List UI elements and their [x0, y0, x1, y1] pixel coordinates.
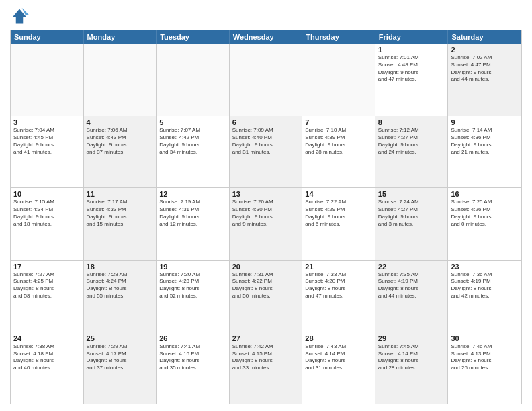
day-info: Sunrise: 7:43 AM Sunset: 4:14 PM Dayligh…	[305, 343, 372, 372]
day-number: 11	[87, 190, 154, 198]
day-info: Sunrise: 7:12 AM Sunset: 4:37 PM Dayligh…	[378, 127, 445, 156]
day-info: Sunrise: 7:01 AM Sunset: 4:48 PM Dayligh…	[378, 54, 445, 83]
day-number: 21	[305, 263, 372, 271]
day-number: 8	[378, 118, 445, 126]
day-info: Sunrise: 7:31 AM Sunset: 4:22 PM Dayligh…	[232, 271, 300, 300]
day-number: 12	[159, 190, 226, 198]
day-number: 17	[13, 263, 81, 271]
day-info: Sunrise: 7:33 AM Sunset: 4:20 PM Dayligh…	[305, 271, 372, 300]
calendar-cell	[230, 44, 303, 116]
day-info: Sunrise: 7:35 AM Sunset: 4:19 PM Dayligh…	[378, 271, 445, 300]
day-info: Sunrise: 7:38 AM Sunset: 4:18 PM Dayligh…	[13, 343, 81, 372]
calendar-cell	[11, 44, 84, 116]
day-info: Sunrise: 7:41 AM Sunset: 4:16 PM Dayligh…	[159, 343, 226, 372]
calendar-cell: 28Sunrise: 7:43 AM Sunset: 4:14 PM Dayli…	[302, 332, 375, 404]
day-number: 22	[378, 263, 445, 271]
day-info: Sunrise: 7:06 AM Sunset: 4:43 PM Dayligh…	[87, 127, 154, 156]
day-number: 3	[13, 118, 81, 126]
day-info: Sunrise: 7:04 AM Sunset: 4:45 PM Dayligh…	[13, 127, 81, 156]
day-number: 1	[378, 46, 445, 54]
weekday-header-sunday: Sunday	[11, 30, 84, 44]
day-number: 6	[232, 118, 300, 126]
calendar-cell: 22Sunrise: 7:35 AM Sunset: 4:19 PM Dayli…	[375, 261, 449, 332]
day-info: Sunrise: 7:07 AM Sunset: 4:42 PM Dayligh…	[159, 127, 226, 156]
day-info: Sunrise: 7:22 AM Sunset: 4:29 PM Dayligh…	[305, 199, 372, 228]
calendar-cell	[84, 44, 157, 116]
calendar-cell: 16Sunrise: 7:25 AM Sunset: 4:26 PM Dayli…	[448, 188, 521, 259]
day-number: 15	[378, 190, 445, 198]
calendar-cell: 18Sunrise: 7:28 AM Sunset: 4:24 PM Dayli…	[84, 261, 157, 332]
logo	[10, 7, 32, 26]
calendar-row-2: 3Sunrise: 7:04 AM Sunset: 4:45 PM Daylig…	[11, 116, 521, 187]
day-number: 4	[87, 118, 154, 126]
weekday-header-wednesday: Wednesday	[230, 30, 303, 44]
weekday-header-saturday: Saturday	[448, 30, 521, 44]
weekday-header-friday: Friday	[375, 30, 449, 44]
day-number: 25	[87, 334, 154, 342]
calendar-cell	[302, 44, 375, 116]
calendar-cell: 24Sunrise: 7:38 AM Sunset: 4:18 PM Dayli…	[11, 332, 84, 404]
calendar-cell: 21Sunrise: 7:33 AM Sunset: 4:20 PM Dayli…	[302, 261, 375, 332]
calendar-cell: 3Sunrise: 7:04 AM Sunset: 4:45 PM Daylig…	[11, 116, 84, 187]
day-number: 9	[451, 118, 519, 126]
calendar-row-4: 17Sunrise: 7:27 AM Sunset: 4:25 PM Dayli…	[11, 260, 521, 332]
day-number: 18	[87, 263, 154, 271]
day-number: 10	[13, 190, 81, 198]
calendar-cell: 11Sunrise: 7:17 AM Sunset: 4:33 PM Dayli…	[84, 188, 157, 259]
day-info: Sunrise: 7:17 AM Sunset: 4:33 PM Dayligh…	[87, 199, 154, 228]
day-info: Sunrise: 7:10 AM Sunset: 4:39 PM Dayligh…	[305, 127, 372, 156]
calendar-cell: 1Sunrise: 7:01 AM Sunset: 4:48 PM Daylig…	[375, 44, 449, 116]
day-info: Sunrise: 7:27 AM Sunset: 4:25 PM Dayligh…	[13, 271, 81, 300]
day-number: 5	[159, 118, 226, 126]
day-info: Sunrise: 7:14 AM Sunset: 4:36 PM Dayligh…	[451, 127, 519, 156]
day-info: Sunrise: 7:36 AM Sunset: 4:19 PM Dayligh…	[451, 271, 519, 300]
day-info: Sunrise: 7:30 AM Sunset: 4:23 PM Dayligh…	[159, 271, 226, 300]
calendar-body: 1Sunrise: 7:01 AM Sunset: 4:48 PM Daylig…	[11, 44, 521, 404]
day-info: Sunrise: 7:28 AM Sunset: 4:24 PM Dayligh…	[87, 271, 154, 300]
calendar-cell: 9Sunrise: 7:14 AM Sunset: 4:36 PM Daylig…	[448, 116, 521, 187]
calendar-cell: 2Sunrise: 7:02 AM Sunset: 4:47 PM Daylig…	[448, 44, 521, 116]
calendar-row-5: 24Sunrise: 7:38 AM Sunset: 4:18 PM Dayli…	[11, 332, 521, 404]
day-info: Sunrise: 7:09 AM Sunset: 4:40 PM Dayligh…	[232, 127, 300, 156]
calendar-cell: 5Sunrise: 7:07 AM Sunset: 4:42 PM Daylig…	[157, 116, 230, 187]
day-number: 29	[378, 334, 445, 342]
calendar-cell: 26Sunrise: 7:41 AM Sunset: 4:16 PM Dayli…	[157, 332, 230, 404]
calendar-row-1: 1Sunrise: 7:01 AM Sunset: 4:48 PM Daylig…	[11, 44, 521, 116]
day-info: Sunrise: 7:42 AM Sunset: 4:15 PM Dayligh…	[232, 343, 300, 372]
calendar-cell: 8Sunrise: 7:12 AM Sunset: 4:37 PM Daylig…	[375, 116, 449, 187]
header	[10, 7, 522, 26]
day-number: 14	[305, 190, 372, 198]
day-number: 28	[305, 334, 372, 342]
weekday-header-thursday: Thursday	[302, 30, 375, 44]
day-number: 13	[232, 190, 300, 198]
page: SundayMondayTuesdayWednesdayThursdayFrid…	[0, 0, 532, 411]
calendar-cell: 6Sunrise: 7:09 AM Sunset: 4:40 PM Daylig…	[230, 116, 303, 187]
day-number: 16	[451, 190, 519, 198]
calendar: SundayMondayTuesdayWednesdayThursdayFrid…	[10, 30, 522, 404]
calendar-cell: 27Sunrise: 7:42 AM Sunset: 4:15 PM Dayli…	[230, 332, 303, 404]
day-number: 19	[159, 263, 226, 271]
calendar-cell: 10Sunrise: 7:15 AM Sunset: 4:34 PM Dayli…	[11, 188, 84, 259]
calendar-cell: 4Sunrise: 7:06 AM Sunset: 4:43 PM Daylig…	[84, 116, 157, 187]
day-info: Sunrise: 7:46 AM Sunset: 4:13 PM Dayligh…	[451, 343, 519, 372]
calendar-cell: 12Sunrise: 7:19 AM Sunset: 4:31 PM Dayli…	[157, 188, 230, 259]
day-number: 7	[305, 118, 372, 126]
calendar-cell: 17Sunrise: 7:27 AM Sunset: 4:25 PM Dayli…	[11, 261, 84, 332]
calendar-cell: 13Sunrise: 7:20 AM Sunset: 4:30 PM Dayli…	[230, 188, 303, 259]
day-info: Sunrise: 7:19 AM Sunset: 4:31 PM Dayligh…	[159, 199, 226, 228]
calendar-cell: 19Sunrise: 7:30 AM Sunset: 4:23 PM Dayli…	[157, 261, 230, 332]
calendar-cell: 15Sunrise: 7:24 AM Sunset: 4:27 PM Dayli…	[375, 188, 449, 259]
day-number: 20	[232, 263, 300, 271]
calendar-row-3: 10Sunrise: 7:15 AM Sunset: 4:34 PM Dayli…	[11, 187, 521, 259]
day-number: 24	[13, 334, 81, 342]
day-info: Sunrise: 7:15 AM Sunset: 4:34 PM Dayligh…	[13, 199, 81, 228]
calendar-cell: 7Sunrise: 7:10 AM Sunset: 4:39 PM Daylig…	[302, 116, 375, 187]
day-info: Sunrise: 7:45 AM Sunset: 4:14 PM Dayligh…	[378, 343, 445, 372]
day-number: 30	[451, 334, 519, 342]
day-number: 27	[232, 334, 300, 342]
day-info: Sunrise: 7:39 AM Sunset: 4:17 PM Dayligh…	[87, 343, 154, 372]
day-info: Sunrise: 7:24 AM Sunset: 4:27 PM Dayligh…	[378, 199, 445, 228]
calendar-cell: 25Sunrise: 7:39 AM Sunset: 4:17 PM Dayli…	[84, 332, 157, 404]
calendar-cell: 20Sunrise: 7:31 AM Sunset: 4:22 PM Dayli…	[230, 261, 303, 332]
day-info: Sunrise: 7:25 AM Sunset: 4:26 PM Dayligh…	[451, 199, 519, 228]
